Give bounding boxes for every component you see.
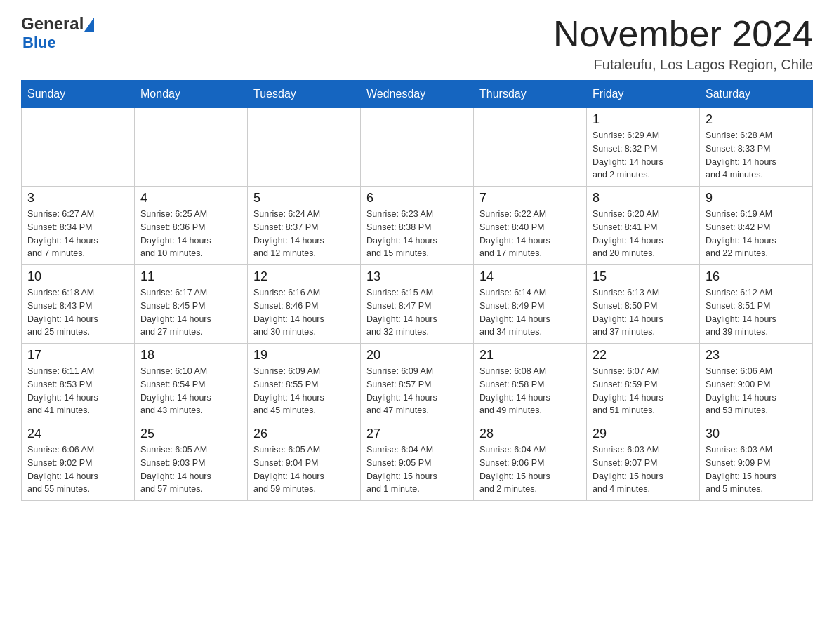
- day-info: Sunrise: 6:16 AMSunset: 8:46 PMDaylight:…: [253, 286, 355, 339]
- col-sunday: Sunday: [22, 81, 135, 108]
- day-number: 27: [366, 427, 468, 441]
- col-thursday: Thursday: [474, 81, 587, 108]
- day-number: 20: [366, 348, 468, 363]
- day-number: 21: [479, 348, 581, 363]
- calendar-cell: [474, 108, 587, 187]
- week-row-4: 24Sunrise: 6:06 AMSunset: 9:02 PMDayligh…: [22, 422, 813, 501]
- calendar-cell: 3Sunrise: 6:27 AMSunset: 8:34 PMDaylight…: [22, 187, 135, 265]
- calendar-cell: 14Sunrise: 6:14 AMSunset: 8:49 PMDayligh…: [474, 265, 587, 344]
- day-number: 30: [706, 427, 807, 441]
- day-number: 4: [140, 191, 241, 206]
- day-number: 22: [593, 348, 694, 363]
- calendar-cell: 2Sunrise: 6:28 AMSunset: 8:33 PMDaylight…: [700, 108, 813, 187]
- day-info: Sunrise: 6:25 AMSunset: 8:36 PMDaylight:…: [140, 208, 241, 260]
- calendar-cell: [248, 108, 361, 187]
- calendar-cell: 30Sunrise: 6:03 AMSunset: 9:09 PMDayligh…: [700, 422, 813, 501]
- day-number: 28: [479, 427, 581, 441]
- col-tuesday: Tuesday: [248, 81, 361, 108]
- day-number: 16: [706, 269, 807, 284]
- calendar-header-row: Sunday Monday Tuesday Wednesday Thursday…: [22, 81, 813, 108]
- day-info: Sunrise: 6:09 AMSunset: 8:57 PMDaylight:…: [366, 365, 468, 417]
- calendar-cell: 9Sunrise: 6:19 AMSunset: 8:42 PMDaylight…: [700, 187, 813, 265]
- day-info: Sunrise: 6:05 AMSunset: 9:03 PMDaylight:…: [140, 443, 241, 496]
- day-info: Sunrise: 6:17 AMSunset: 8:45 PMDaylight:…: [140, 286, 241, 339]
- week-row-1: 3Sunrise: 6:27 AMSunset: 8:34 PMDaylight…: [22, 187, 813, 265]
- day-info: Sunrise: 6:13 AMSunset: 8:50 PMDaylight:…: [593, 286, 694, 339]
- calendar-cell: 7Sunrise: 6:22 AMSunset: 8:40 PMDaylight…: [474, 187, 587, 265]
- col-wednesday: Wednesday: [361, 81, 474, 108]
- week-row-2: 10Sunrise: 6:18 AMSunset: 8:43 PMDayligh…: [22, 265, 813, 344]
- day-number: 6: [366, 191, 468, 206]
- day-info: Sunrise: 6:06 AMSunset: 9:02 PMDaylight:…: [27, 443, 128, 496]
- calendar-cell: 12Sunrise: 6:16 AMSunset: 8:46 PMDayligh…: [248, 265, 361, 344]
- day-info: Sunrise: 6:24 AMSunset: 8:37 PMDaylight:…: [253, 208, 355, 260]
- day-number: 14: [479, 269, 581, 284]
- day-info: Sunrise: 6:20 AMSunset: 8:41 PMDaylight:…: [593, 208, 694, 260]
- calendar-cell: 18Sunrise: 6:10 AMSunset: 8:54 PMDayligh…: [135, 344, 248, 422]
- calendar-cell: 26Sunrise: 6:05 AMSunset: 9:04 PMDayligh…: [248, 422, 361, 501]
- day-info: Sunrise: 6:22 AMSunset: 8:40 PMDaylight:…: [479, 208, 581, 260]
- day-info: Sunrise: 6:08 AMSunset: 8:58 PMDaylight:…: [479, 365, 581, 417]
- day-number: 2: [706, 112, 807, 127]
- calendar-cell: 27Sunrise: 6:04 AMSunset: 9:05 PMDayligh…: [361, 422, 474, 501]
- day-info: Sunrise: 6:29 AMSunset: 8:32 PMDaylight:…: [593, 129, 694, 182]
- day-number: 17: [27, 348, 128, 363]
- col-monday: Monday: [135, 81, 248, 108]
- day-info: Sunrise: 6:03 AMSunset: 9:09 PMDaylight:…: [706, 443, 807, 496]
- day-number: 18: [140, 348, 241, 363]
- day-info: Sunrise: 6:06 AMSunset: 9:00 PMDaylight:…: [706, 365, 807, 417]
- day-info: Sunrise: 6:11 AMSunset: 8:53 PMDaylight:…: [27, 365, 128, 417]
- col-friday: Friday: [587, 81, 700, 108]
- location-title: Futaleufu, Los Lagos Region, Chile: [553, 57, 813, 73]
- calendar-cell: 13Sunrise: 6:15 AMSunset: 8:47 PMDayligh…: [361, 265, 474, 344]
- calendar-cell: 5Sunrise: 6:24 AMSunset: 8:37 PMDaylight…: [248, 187, 361, 265]
- day-info: Sunrise: 6:03 AMSunset: 9:07 PMDaylight:…: [593, 443, 694, 496]
- day-info: Sunrise: 6:23 AMSunset: 8:38 PMDaylight:…: [366, 208, 468, 260]
- day-info: Sunrise: 6:14 AMSunset: 8:49 PMDaylight:…: [479, 286, 581, 339]
- calendar-cell: 29Sunrise: 6:03 AMSunset: 9:07 PMDayligh…: [587, 422, 700, 501]
- day-number: 19: [253, 348, 355, 363]
- day-info: Sunrise: 6:27 AMSunset: 8:34 PMDaylight:…: [27, 208, 128, 260]
- logo: General Blue: [21, 14, 94, 52]
- calendar-cell: [22, 108, 135, 187]
- day-info: Sunrise: 6:15 AMSunset: 8:47 PMDaylight:…: [366, 286, 468, 339]
- calendar-cell: 11Sunrise: 6:17 AMSunset: 8:45 PMDayligh…: [135, 265, 248, 344]
- day-info: Sunrise: 6:07 AMSunset: 8:59 PMDaylight:…: [593, 365, 694, 417]
- day-info: Sunrise: 6:04 AMSunset: 9:06 PMDaylight:…: [479, 443, 581, 496]
- calendar-cell: 6Sunrise: 6:23 AMSunset: 8:38 PMDaylight…: [361, 187, 474, 265]
- calendar-table: Sunday Monday Tuesday Wednesday Thursday…: [21, 80, 813, 501]
- day-info: Sunrise: 6:28 AMSunset: 8:33 PMDaylight:…: [706, 129, 807, 182]
- calendar-cell: 8Sunrise: 6:20 AMSunset: 8:41 PMDaylight…: [587, 187, 700, 265]
- logo-triangle-icon: [84, 18, 94, 32]
- calendar-cell: 28Sunrise: 6:04 AMSunset: 9:06 PMDayligh…: [474, 422, 587, 501]
- calendar-cell: [361, 108, 474, 187]
- day-number: 26: [253, 427, 355, 441]
- day-number: 5: [253, 191, 355, 206]
- calendar-cell: 16Sunrise: 6:12 AMSunset: 8:51 PMDayligh…: [700, 265, 813, 344]
- page-header: General Blue November 2024 Futaleufu, Lo…: [21, 14, 813, 73]
- calendar-cell: 15Sunrise: 6:13 AMSunset: 8:50 PMDayligh…: [587, 265, 700, 344]
- calendar-cell: 10Sunrise: 6:18 AMSunset: 8:43 PMDayligh…: [22, 265, 135, 344]
- calendar-cell: 19Sunrise: 6:09 AMSunset: 8:55 PMDayligh…: [248, 344, 361, 422]
- month-title: November 2024: [553, 14, 813, 54]
- day-number: 11: [140, 269, 241, 284]
- day-number: 25: [140, 427, 241, 441]
- day-number: 23: [706, 348, 807, 363]
- week-row-0: 1Sunrise: 6:29 AMSunset: 8:32 PMDaylight…: [22, 108, 813, 187]
- calendar-cell: 24Sunrise: 6:06 AMSunset: 9:02 PMDayligh…: [22, 422, 135, 501]
- day-number: 13: [366, 269, 468, 284]
- calendar-cell: 4Sunrise: 6:25 AMSunset: 8:36 PMDaylight…: [135, 187, 248, 265]
- calendar-cell: 25Sunrise: 6:05 AMSunset: 9:03 PMDayligh…: [135, 422, 248, 501]
- day-number: 10: [27, 269, 128, 284]
- day-info: Sunrise: 6:05 AMSunset: 9:04 PMDaylight:…: [253, 443, 355, 496]
- day-number: 3: [27, 191, 128, 206]
- day-info: Sunrise: 6:04 AMSunset: 9:05 PMDaylight:…: [366, 443, 468, 496]
- day-number: 9: [706, 191, 807, 206]
- logo-general-text: General: [21, 14, 84, 34]
- week-row-3: 17Sunrise: 6:11 AMSunset: 8:53 PMDayligh…: [22, 344, 813, 422]
- calendar-cell: 20Sunrise: 6:09 AMSunset: 8:57 PMDayligh…: [361, 344, 474, 422]
- calendar-cell: 17Sunrise: 6:11 AMSunset: 8:53 PMDayligh…: [22, 344, 135, 422]
- day-number: 8: [593, 191, 694, 206]
- day-number: 29: [593, 427, 694, 441]
- day-number: 7: [479, 191, 581, 206]
